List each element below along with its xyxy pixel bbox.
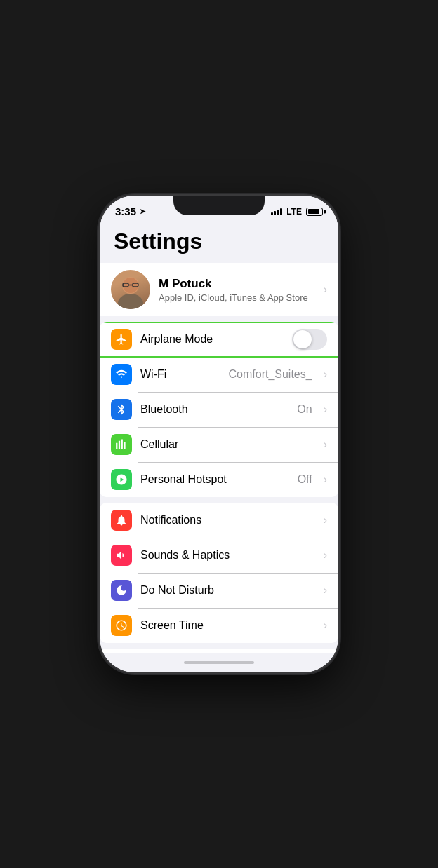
home-bar (184, 661, 254, 664)
hotspot-value: Off (298, 473, 312, 486)
general-section: General › (100, 649, 338, 653)
location-arrow-icon: ➤ (140, 208, 145, 215)
cellular-chevron: › (324, 438, 327, 451)
screentime-icon (111, 615, 132, 636)
notifications-icon (111, 510, 132, 531)
status-right: LTE (271, 207, 323, 217)
sounds-label: Sounds & Haptics (140, 549, 315, 562)
cellular-label: Cellular (140, 438, 315, 451)
notch (173, 196, 265, 215)
cellular-row[interactable]: Cellular › (100, 427, 338, 462)
bluetooth-value: On (297, 403, 312, 416)
bluetooth-row[interactable]: Bluetooth On › (100, 392, 338, 427)
connectivity-section: Airplane Mode Wi-Fi Comfort_Suites_ › (100, 322, 338, 497)
screentime-chevron: › (324, 619, 327, 632)
sounds-row[interactable]: Sounds & Haptics › (100, 538, 338, 573)
bluetooth-label: Bluetooth (140, 403, 288, 416)
wifi-icon (111, 364, 132, 385)
screen: 3:35 ➤ LTE Settings (100, 196, 338, 672)
hotspot-chevron: › (324, 473, 327, 486)
home-indicator (100, 653, 338, 672)
wifi-value: Comfort_Suites_ (229, 368, 312, 381)
general-row[interactable]: General › (100, 649, 338, 653)
wifi-label: Wi-Fi (140, 368, 220, 381)
dnd-row[interactable]: Do Not Disturb › (100, 573, 338, 608)
svg-point-1 (118, 294, 143, 309)
lte-label: LTE (286, 207, 302, 217)
status-time: 3:35 ➤ (115, 205, 145, 217)
content-area[interactable]: Settings (100, 223, 338, 653)
profile-name: M Potuck (159, 277, 315, 291)
airplane-mode-row[interactable]: Airplane Mode (100, 322, 338, 357)
cellular-icon (111, 434, 132, 455)
screentime-row[interactable]: Screen Time › (100, 608, 338, 643)
airplane-mode-toggle[interactable] (292, 329, 327, 350)
notifications-chevron: › (324, 514, 327, 527)
profile-subtitle: Apple ID, iCloud, iTunes & App Store (159, 292, 315, 303)
dnd-icon (111, 580, 132, 601)
dnd-chevron: › (324, 584, 327, 597)
avatar (111, 270, 150, 309)
notifications-label: Notifications (140, 514, 315, 527)
profile-info: M Potuck Apple ID, iCloud, iTunes & App … (159, 277, 315, 303)
airplane-icon (111, 329, 132, 350)
sounds-icon (111, 545, 132, 566)
profile-chevron: › (324, 283, 327, 296)
bluetooth-chevron: › (324, 403, 327, 416)
airplane-mode-label: Airplane Mode (140, 333, 284, 346)
hotspot-label: Personal Hotspot (140, 473, 289, 486)
page-title: Settings (100, 223, 338, 263)
signal-icon (271, 208, 283, 215)
hotspot-icon (111, 469, 132, 490)
screentime-label: Screen Time (140, 619, 315, 632)
hotspot-row[interactable]: Personal Hotspot Off › (100, 462, 338, 497)
notifications-row[interactable]: Notifications › (100, 503, 338, 538)
profile-row[interactable]: M Potuck Apple ID, iCloud, iTunes & App … (100, 263, 338, 316)
phone-frame: 3:35 ➤ LTE Settings (100, 196, 338, 672)
sounds-chevron: › (324, 549, 327, 562)
wifi-chevron: › (324, 368, 327, 381)
wifi-row[interactable]: Wi-Fi Comfort_Suites_ › (100, 357, 338, 392)
battery-icon (306, 208, 323, 216)
dnd-label: Do Not Disturb (140, 584, 315, 597)
system-section: Notifications › Sounds & Haptics › (100, 503, 338, 643)
bluetooth-icon (111, 399, 132, 420)
profile-section: M Potuck Apple ID, iCloud, iTunes & App … (100, 263, 338, 316)
